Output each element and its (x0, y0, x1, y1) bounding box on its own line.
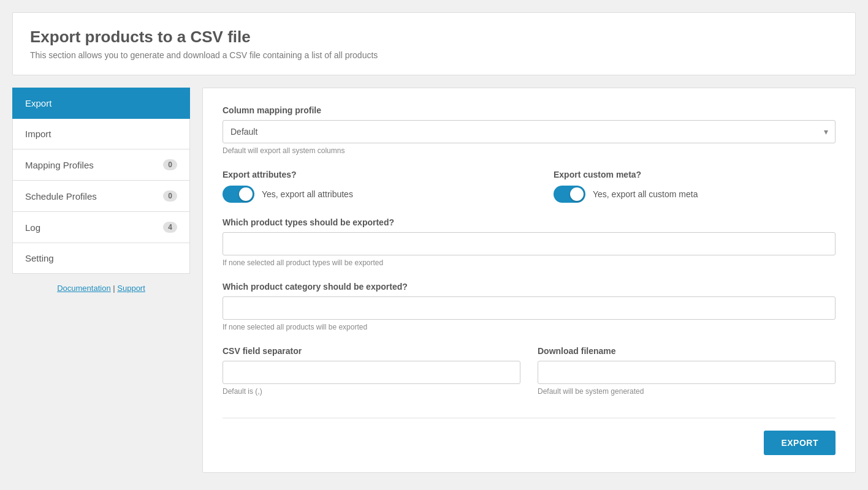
sidebar-item-export[interactable]: Export (12, 88, 190, 119)
column-mapping-section: Column mapping profile Default ▾ Default… (223, 105, 836, 155)
product-category-section: Which product category should be exporte… (223, 282, 836, 331)
page-header: Export products to a CSV file This secti… (12, 12, 856, 75)
export-button[interactable]: EXPORT (764, 431, 836, 455)
toggle-slider (223, 186, 254, 203)
product-types-label: Which product types should be exported? (223, 217, 836, 227)
download-filename-label: Download filename (538, 346, 836, 356)
csv-separator-input[interactable] (223, 361, 520, 384)
sidebar-item-label: Schedule Profiles (25, 191, 97, 202)
sidebar-item-schedule-profiles[interactable]: Schedule Profiles 0 (12, 181, 190, 212)
download-filename-input[interactable] (538, 361, 836, 384)
toggle-row: Export attributes? Yes, export all attri… (223, 170, 836, 203)
export-custom-meta-group: Export custom meta? Yes, export all cust… (554, 170, 836, 203)
export-attributes-toggle-row: Yes, export all attributes (223, 186, 504, 203)
export-attributes-label: Export attributes? (223, 170, 504, 179)
page-title: Export products to a CSV file (30, 28, 838, 47)
sidebar-item-mapping-profiles[interactable]: Mapping Profiles 0 (12, 149, 190, 181)
sidebar-item-import[interactable]: Import (12, 119, 190, 149)
sidebar-item-log[interactable]: Log 4 (12, 212, 190, 243)
support-link[interactable]: Support (117, 284, 145, 293)
sidebar-item-label: Setting (25, 253, 54, 263)
sidebar-item-label: Export (25, 98, 51, 108)
product-types-hint: If none selected all product types will … (223, 258, 836, 267)
sidebar-item-label: Log (25, 222, 40, 233)
csv-separator-label: CSV field separator (223, 346, 520, 356)
sidebar-item-label: Import (25, 129, 51, 139)
product-category-hint: If none selected all products will be ex… (223, 323, 836, 331)
export-attributes-toggle[interactable] (223, 186, 254, 203)
export-custom-meta-toggle-text: Yes, export all custom meta (593, 189, 698, 199)
download-filename-group: Download filename Default will be system… (538, 346, 836, 396)
column-mapping-select-wrapper: Default ▾ (223, 120, 836, 143)
export-attributes-toggle-text: Yes, export all attributes (262, 189, 353, 199)
sidebar-item-label: Mapping Profiles (25, 160, 94, 170)
product-category-input[interactable] (223, 296, 836, 320)
sidebar-item-setting[interactable]: Setting (12, 243, 190, 274)
toggle-slider-meta (554, 186, 585, 203)
product-types-input[interactable] (223, 232, 836, 255)
column-mapping-hint: Default will export all system columns (223, 146, 836, 155)
product-category-label: Which product category should be exporte… (223, 282, 836, 292)
sidebar-links: Documentation | Support (12, 274, 190, 303)
csv-separator-hint: Default is (,) (223, 387, 520, 396)
column-mapping-select[interactable]: Default (223, 120, 836, 143)
page-description: This section allows you to generate and … (30, 50, 838, 60)
documentation-link[interactable]: Documentation (57, 284, 110, 293)
sidebar: Export Import Mapping Profiles 0 Schedul… (12, 88, 190, 303)
export-custom-meta-toggle-row: Yes, export all custom meta (554, 186, 836, 203)
column-mapping-label: Column mapping profile (223, 105, 836, 115)
main-layout: Export Import Mapping Profiles 0 Schedul… (12, 88, 856, 473)
export-custom-meta-toggle[interactable] (554, 186, 585, 203)
csv-separator-group: CSV field separator Default is (,) (223, 346, 520, 396)
export-attributes-group: Export attributes? Yes, export all attri… (223, 170, 504, 203)
csv-filename-row: CSV field separator Default is (,) Downl… (223, 346, 836, 396)
product-types-section: Which product types should be exported? … (223, 217, 836, 267)
download-filename-hint: Default will be system generated (538, 387, 836, 396)
mapping-profiles-badge: 0 (163, 159, 177, 170)
log-badge: 4 (163, 222, 177, 233)
content-area: Column mapping profile Default ▾ Default… (202, 88, 856, 473)
export-custom-meta-label: Export custom meta? (554, 170, 836, 179)
content-footer: EXPORT (223, 418, 836, 455)
form-body: Column mapping profile Default ▾ Default… (223, 105, 836, 410)
schedule-profiles-badge: 0 (163, 190, 177, 202)
